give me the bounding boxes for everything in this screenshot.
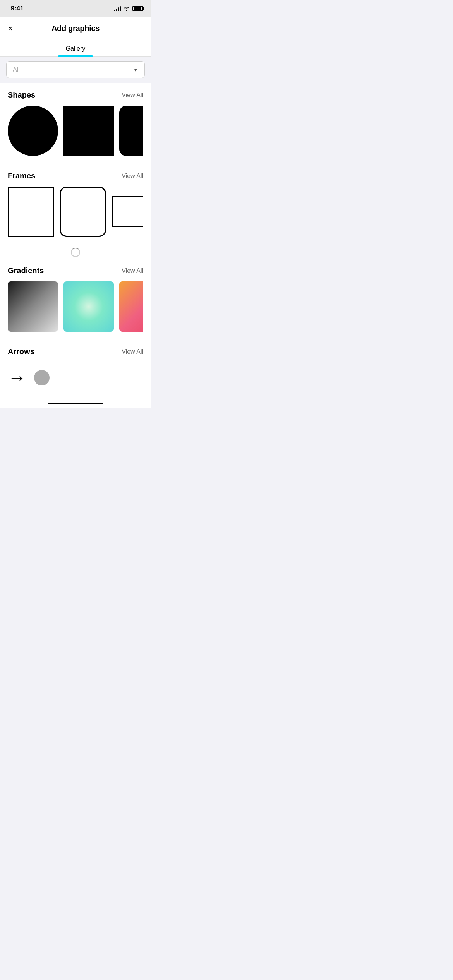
shape-square [63,106,114,156]
frames-view-all-link[interactable]: View All [122,173,143,180]
frame-rounded-item[interactable] [60,187,106,237]
frame-square [8,187,54,237]
tab-bar: Gallery [0,38,151,57]
gradient-warm-item[interactable] [119,281,143,332]
frame-rounded-rect [60,187,106,237]
content-area: Shapes View All Frames [0,83,151,399]
arrows-section-title: Arrows [8,347,34,356]
header: × Add graphics [0,17,151,38]
filter-area: All ▼ [0,57,151,83]
arrow-dot-item[interactable] [34,370,50,385]
shape-circle-item[interactable] [8,106,58,156]
shape-circle [8,106,58,156]
frames-items-row [8,187,143,245]
tab-gallery-label: Gallery [66,45,86,52]
status-icons [114,5,143,12]
frames-section-header: Frames View All [8,171,143,180]
shape-rounded-rect [119,106,143,156]
status-time: 9:41 [11,5,24,12]
status-bar: 9:41 [0,0,151,17]
shapes-section-title: Shapes [8,91,35,99]
shapes-section-header: Shapes View All [8,91,143,99]
tab-gallery[interactable]: Gallery [58,42,93,56]
shape-square-item[interactable] [63,106,114,156]
gradients-section-header: Gradients View All [8,266,143,275]
shapes-section: Shapes View All [0,83,151,164]
category-dropdown[interactable]: All ▼ [6,61,145,78]
gradients-section: Gradients View All [0,259,151,339]
gradients-section-title: Gradients [8,266,44,275]
frame-square-item[interactable] [8,187,54,237]
spinner-icon [71,248,80,257]
frame-rect [112,196,143,227]
shapes-items-row [8,106,143,164]
arrows-section-header: Arrows View All [8,347,143,356]
header-title: Add graphics [51,24,100,33]
modal-container: × Add graphics Gallery All ▼ Shapes View… [0,17,151,408]
frames-section-title: Frames [8,171,35,180]
shapes-view-all-link[interactable]: View All [122,92,143,99]
home-indicator [0,399,151,408]
chevron-down-icon: ▼ [133,67,138,73]
dropdown-value: All [13,66,20,73]
frames-section: Frames View All [0,164,151,259]
frame-rect-item[interactable] [112,187,143,237]
gradient-dark-item[interactable] [8,281,58,332]
arrow-right-item[interactable]: → [8,368,26,387]
close-button[interactable]: × [8,24,13,33]
wifi-icon [123,5,130,12]
shape-rounded-item[interactable] [119,106,143,156]
arrow-right-icon: → [8,368,26,387]
arrows-view-all-link[interactable]: View All [122,348,143,355]
gradient-mint-item[interactable] [63,281,114,332]
gradients-view-all-link[interactable]: View All [122,267,143,274]
battery-icon [132,6,143,11]
arrows-items-row: → [8,362,143,391]
arrow-dot-icon [34,370,50,385]
home-bar [48,403,103,404]
arrows-section: Arrows View All → [0,339,151,391]
loading-spinner [8,245,143,259]
gradients-items-row [8,281,143,339]
signal-bars-icon [114,6,121,11]
